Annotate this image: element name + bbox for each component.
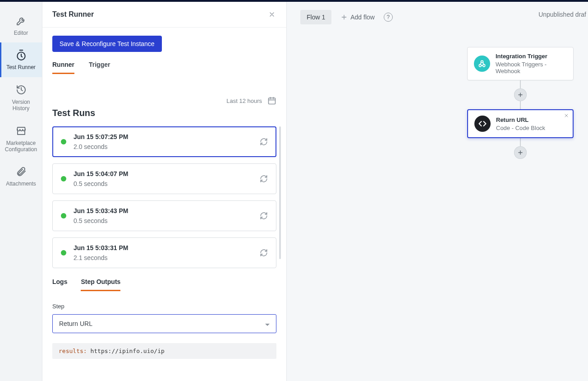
run-duration: 2.1 seconds: [74, 254, 253, 261]
tab-step-outputs[interactable]: Step Outputs: [81, 278, 120, 291]
node-subtitle: Webhook Triggers - Webhook: [496, 61, 567, 74]
time-filter-label: Last 12 hours: [226, 98, 262, 104]
run-text: Jun 15 5:03:43 PM 0.5 seconds: [74, 207, 253, 224]
run-text: Jun 15 5:04:07 PM 0.5 seconds: [74, 170, 253, 187]
results-value: https://ipinfo.uio/ip: [90, 348, 164, 354]
history-icon: [15, 84, 28, 96]
test-run-item[interactable]: Jun 15 5:04:07 PM 0.5 seconds: [52, 163, 276, 194]
run-duration: 2.0 seconds: [74, 143, 253, 150]
node-subtitle: Code - Code Block: [496, 125, 545, 131]
wrench-icon: [15, 14, 28, 27]
connector: [520, 101, 521, 109]
close-icon[interactable]: [564, 113, 569, 118]
add-flow-button[interactable]: Add flow: [340, 14, 375, 21]
refresh-icon[interactable]: [260, 175, 268, 183]
flow-nodes: Integration Trigger Webhook Triggers - W…: [467, 47, 574, 159]
add-step-button[interactable]: [514, 88, 527, 101]
storefront-icon: [15, 125, 28, 137]
tab-trigger[interactable]: Trigger: [89, 61, 110, 74]
node-text: Return URL Code - Code Block: [496, 116, 545, 131]
step-select-value: Return URL: [59, 320, 92, 327]
output-tabs: Logs Step Outputs: [52, 278, 276, 291]
run-duration: 0.5 seconds: [74, 180, 253, 187]
sidebar-item-test-runner[interactable]: Test Runner: [0, 42, 42, 77]
flow-canvas[interactable]: Flow 1 Add flow ? Unpublished draf Integ…: [287, 2, 588, 381]
flow-tab[interactable]: Flow 1: [300, 10, 331, 24]
run-timestamp: Jun 15 5:04:07 PM: [74, 170, 253, 177]
sidebar-item-attachments[interactable]: Attachments: [0, 159, 42, 193]
sidebar-item-editor[interactable]: Editor: [0, 8, 42, 42]
node-title: Return URL: [496, 116, 545, 123]
connector: [520, 80, 521, 88]
node-title: Integration Trigger: [496, 53, 567, 60]
node-return-url[interactable]: Return URL Code - Code Block: [467, 109, 574, 138]
run-duration: 0.5 seconds: [74, 217, 253, 224]
status-dot-success-icon: [61, 139, 66, 144]
calendar-icon[interactable]: [267, 96, 276, 105]
test-run-item[interactable]: Jun 15 5:03:31 PM 2.1 seconds: [52, 237, 276, 268]
node-integration-trigger[interactable]: Integration Trigger Webhook Triggers - W…: [467, 47, 574, 80]
test-runner-panel: Test Runner Save & Reconfigure Test Inst…: [42, 2, 287, 381]
run-timestamp: Jun 15 5:03:31 PM: [74, 244, 253, 251]
results-output: results: https://ipinfo.uio/ip: [52, 343, 276, 359]
webhook-icon: [474, 56, 490, 72]
chevron-down-icon: [265, 320, 270, 327]
panel-body: Save & Reconfigure Test Instance Runner …: [42, 28, 286, 381]
scrollbar[interactable]: [279, 126, 281, 259]
help-icon[interactable]: ?: [384, 13, 393, 22]
refresh-icon[interactable]: [260, 212, 268, 220]
code-icon: [474, 116, 491, 132]
panel-title: Test Runner: [52, 10, 94, 19]
sidebar: Editor Test Runner Version History Marke…: [0, 2, 42, 381]
step-label: Step: [52, 303, 276, 310]
refresh-icon[interactable]: [260, 249, 268, 257]
close-icon[interactable]: [267, 10, 276, 19]
save-reconfigure-button[interactable]: Save & Reconfigure Test Instance: [52, 36, 162, 52]
node-text: Integration Trigger Webhook Triggers - W…: [496, 53, 567, 74]
plus-icon: [340, 14, 348, 21]
run-text: Jun 15 5:07:25 PM 2.0 seconds: [74, 133, 253, 150]
sidebar-item-label: Test Runner: [6, 64, 36, 70]
test-run-item[interactable]: Jun 15 5:07:25 PM 2.0 seconds: [52, 126, 276, 157]
run-text: Jun 15 5:03:31 PM 2.1 seconds: [74, 244, 253, 261]
status-dot-success-icon: [61, 250, 66, 256]
run-list: Jun 15 5:07:25 PM 2.0 seconds Jun 15 5:0…: [52, 126, 276, 268]
tab-runner[interactable]: Runner: [52, 61, 74, 74]
add-step-button[interactable]: [514, 146, 527, 159]
refresh-icon[interactable]: [260, 138, 268, 146]
status-dot-success-icon: [61, 176, 66, 181]
run-timestamp: Jun 15 5:03:43 PM: [74, 207, 253, 214]
sidebar-item-label: Version History: [12, 99, 30, 112]
connector: [520, 138, 521, 146]
sidebar-item-label: Attachments: [6, 181, 36, 187]
sidebar-item-version-history[interactable]: Version History: [0, 77, 42, 118]
stopwatch-icon: [15, 49, 28, 61]
add-flow-label: Add flow: [350, 14, 375, 21]
panel-header: Test Runner: [42, 2, 286, 28]
run-timestamp: Jun 15 5:07:25 PM: [74, 133, 253, 140]
sidebar-item-label: Editor: [14, 30, 28, 36]
tab-logs[interactable]: Logs: [52, 278, 67, 291]
runner-tabs: Runner Trigger: [52, 61, 276, 74]
svg-rect-1: [269, 98, 276, 104]
results-key: results:: [59, 348, 87, 354]
app-container: Editor Test Runner Version History Marke…: [0, 2, 588, 381]
test-run-item[interactable]: Jun 15 5:03:43 PM 0.5 seconds: [52, 200, 276, 231]
test-runs-title: Test Runs: [52, 108, 276, 118]
draft-status: Unpublished draf: [538, 11, 588, 18]
status-dot-success-icon: [61, 213, 66, 218]
sidebar-item-label: Marketplace Configuration: [5, 140, 37, 153]
sidebar-item-marketplace-config[interactable]: Marketplace Configuration: [0, 118, 42, 159]
time-filter-row: Last 12 hours: [52, 96, 276, 105]
paperclip-icon: [15, 165, 28, 178]
step-select[interactable]: Return URL: [52, 314, 276, 333]
